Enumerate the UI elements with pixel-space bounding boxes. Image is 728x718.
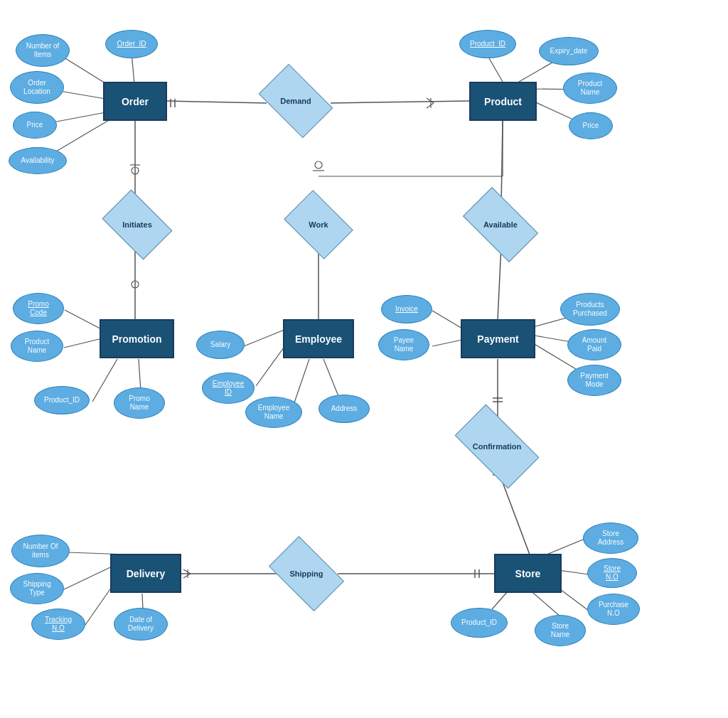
attr-pay-mode: Payment Mode: [567, 365, 621, 396]
svg-line-11: [427, 98, 434, 103]
svg-point-18: [132, 167, 139, 174]
attr-order-id: Order_ID: [105, 30, 158, 58]
attr-pay-amount: Amount Paid: [567, 329, 621, 360]
rel-work: Work: [290, 204, 347, 245]
svg-line-23: [92, 359, 117, 402]
rel-confirmation: Confirmation: [459, 424, 535, 468]
svg-line-9: [167, 101, 267, 103]
attr-order-location: Order Location: [10, 71, 64, 104]
attr-product-id: Product_ID: [459, 30, 516, 58]
attr-pay-products: Products Purchased: [560, 293, 620, 326]
attr-order-availability: Availability: [9, 147, 67, 174]
svg-point-27: [315, 161, 322, 168]
entity-order: Order: [103, 82, 167, 121]
attr-del-num-items: Number Of items: [11, 535, 70, 567]
attr-store-name: Store Name: [535, 615, 586, 646]
attr-store-purchase: Purchase N.O: [587, 594, 640, 625]
rel-demand: Demand: [264, 80, 327, 122]
attr-product-price: Price: [569, 112, 613, 139]
attr-del-shipping-type: Shipping Type: [10, 573, 64, 604]
entity-promotion: Promotion: [100, 319, 174, 358]
attr-emp-address: Address: [318, 395, 370, 423]
entity-delivery: Delivery: [110, 554, 181, 593]
svg-line-10: [331, 101, 469, 103]
attr-store-product-id: Product_ID: [451, 608, 508, 638]
attr-del-tracking: Tracking N.O: [31, 609, 85, 640]
entity-payment: Payment: [461, 319, 535, 358]
rel-shipping: Shipping: [274, 552, 338, 595]
svg-line-12: [427, 103, 434, 108]
attr-store-no: Store N.O: [587, 558, 637, 588]
svg-line-32: [501, 121, 503, 206]
attr-promo-product-id: Product_ID: [34, 386, 90, 414]
svg-line-53: [183, 569, 191, 574]
entity-employee: Employee: [283, 319, 354, 358]
attr-order-num-items: Number of Items: [16, 34, 70, 67]
attr-product-expiry: Expiry_date: [539, 37, 599, 65]
svg-point-20: [132, 281, 139, 288]
entity-store: Store: [494, 554, 562, 593]
attr-del-date: Date of Delivery: [114, 608, 168, 641]
rel-initiates: Initiates: [108, 204, 166, 245]
attr-pay-payee: Payee Name: [378, 329, 429, 360]
svg-line-33: [498, 245, 501, 320]
attr-store-address: Store Address: [583, 523, 638, 554]
svg-line-59: [142, 594, 143, 609]
attr-promo-name: Promo Name: [114, 387, 165, 419]
attr-emp-name: Employee Name: [245, 397, 302, 428]
attr-promo-code: Promo Code: [13, 293, 64, 324]
er-diagram: Order Product Promotion Employee Payment…: [0, 0, 728, 718]
attr-product-name: Product Name: [563, 73, 617, 104]
attr-emp-id: Employee ID: [202, 373, 255, 404]
attr-order-price: Price: [13, 112, 57, 139]
svg-line-54: [183, 574, 191, 578]
entity-product: Product: [469, 82, 537, 121]
attr-emp-salary: Salary: [196, 331, 245, 359]
attr-promo-product-name: Product Name: [11, 331, 63, 362]
rel-available: Available: [468, 204, 533, 245]
svg-line-5: [489, 58, 503, 82]
attr-pay-invoice: Invoice: [381, 295, 432, 323]
